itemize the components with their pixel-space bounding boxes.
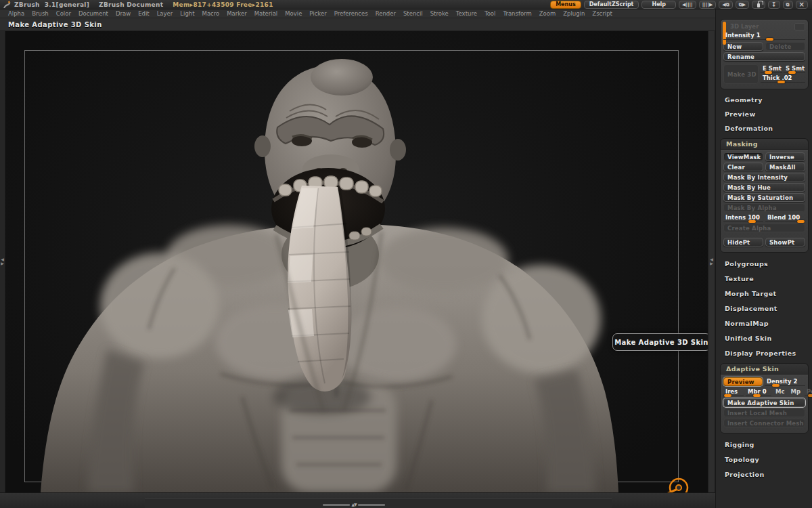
preview-button[interactable]: Preview: [723, 377, 763, 386]
subpalette-header[interactable]: Morph Target: [725, 290, 809, 297]
minimize-icon[interactable]: ↧: [768, 1, 780, 9]
masking-header[interactable]: Masking: [720, 138, 809, 149]
layer-rename-button[interactable]: Rename: [723, 52, 805, 61]
menu-item[interactable]: Layer: [157, 10, 173, 17]
menu-item[interactable]: Preferences: [334, 10, 368, 17]
subpalette-header[interactable]: Display Properties: [725, 350, 809, 357]
subpalette-header[interactable]: Projection: [725, 471, 809, 478]
make-3d-button[interactable]: Make 3D: [723, 64, 759, 84]
menu-item[interactable]: Edit: [138, 10, 149, 17]
masking-panel: ViewMask Inverse Clear MaskAll Mask By I…: [720, 149, 809, 253]
bottom-tray-handle[interactable]: ▲▼: [323, 503, 385, 507]
menu-item[interactable]: Alpha: [8, 10, 24, 17]
close-icon[interactable]: ×: [796, 1, 808, 9]
restore-icon[interactable]: ⧉: [783, 1, 793, 9]
action-hint-bar: Make Adaptive 3D Skin: [0, 18, 715, 31]
subpalette-header[interactable]: Topology: [725, 456, 809, 463]
menu-item[interactable]: Macro: [202, 10, 220, 17]
right-tray-divider-handle[interactable]: ◀▶: [708, 255, 715, 268]
collapsed-sections-c: RiggingTopologyProjection: [720, 441, 809, 478]
hide-right-tray-icon[interactable]: ||||▶: [699, 1, 717, 9]
prev-document-icon[interactable]: ◀⧉: [719, 1, 732, 9]
mask-by-alpha-button[interactable]: Mask By Alpha: [723, 203, 805, 212]
pd-slider[interactable]: Pd: [805, 387, 812, 396]
subpalette-header[interactable]: Preview: [725, 110, 809, 118]
layer-new-button[interactable]: New: [723, 42, 763, 51]
menu-item[interactable]: Marker: [227, 10, 246, 17]
create-alpha-button[interactable]: Create Alpha: [723, 224, 805, 232]
menu-item[interactable]: Material: [254, 10, 278, 17]
layers-panel: 3D Layer Intensity1 New Delete Rename Ma…: [720, 19, 809, 89]
menu-item[interactable]: Render: [376, 10, 396, 17]
menu-item[interactable]: Stencil: [403, 10, 423, 17]
blend-slider[interactable]: Blend100: [765, 213, 805, 222]
menu-bar: AlphaBrushColorDocumentDrawEditLayerLigh…: [0, 9, 715, 18]
menu-item[interactable]: Transform: [503, 10, 531, 17]
clear-button[interactable]: Clear: [723, 163, 763, 171]
menu-item[interactable]: Draw: [116, 10, 131, 17]
gauge-icon: [656, 475, 694, 492]
hide-left-tray-icon[interactable]: ◀||||: [679, 1, 696, 9]
zbrush-window: ZBrush 3.1[general] ZBrush Document Mem▸…: [0, 0, 812, 508]
menu-item[interactable]: Zoom: [539, 10, 556, 17]
menu-item[interactable]: Stroke: [430, 10, 449, 17]
menu-item[interactable]: Tool: [484, 10, 496, 17]
menu-item[interactable]: Zscript: [592, 10, 612, 17]
insert-local-mesh-button[interactable]: Insert Local Mesh: [723, 408, 805, 417]
menus-button[interactable]: Menus: [550, 1, 581, 9]
mask-by-intensity-button[interactable]: Mask By Intensity: [723, 173, 805, 182]
document-canvas[interactable]: Make Adaptive 3D Skin: [5, 31, 708, 492]
make-adaptive-skin-button[interactable]: Make Adaptive Skin: [723, 398, 805, 407]
left-tray-divider-handle[interactable]: ◀▶: [0, 255, 5, 268]
default-zscript-button[interactable]: DefaultZScript: [584, 1, 639, 9]
sculpt-model[interactable]: [5, 31, 708, 492]
menu-item[interactable]: Texture: [456, 10, 477, 17]
menu-item[interactable]: Movie: [285, 10, 302, 17]
right-tray-divider: ◀▶: [708, 31, 715, 492]
subpalette-header[interactable]: Texture: [725, 275, 809, 282]
lock-icon[interactable]: [752, 1, 765, 9]
subpalette-header[interactable]: Displacement: [725, 305, 809, 312]
intensity-slider[interactable]: Intensity1: [723, 31, 805, 40]
menu-item[interactable]: Picker: [309, 10, 326, 17]
esmt-slider[interactable]: E Smt: [761, 64, 782, 73]
mask-by-saturation-button[interactable]: Mask By Saturation: [723, 193, 805, 202]
mp-toggle[interactable]: Mp: [789, 387, 803, 396]
left-tray-edge: ◀▶: [0, 31, 5, 492]
layer-thumbnail: [794, 23, 805, 30]
mc-toggle[interactable]: Mc: [773, 387, 787, 396]
viewmask-button[interactable]: ViewMask: [723, 152, 763, 161]
adaptive-skin-header[interactable]: Adaptive Skin: [720, 363, 809, 374]
subpalette-header[interactable]: Deformation: [725, 125, 809, 132]
menu-item[interactable]: Document: [78, 10, 108, 17]
subpalette-header[interactable]: Geometry: [725, 96, 809, 104]
ssmt-slider[interactable]: S Smt: [784, 64, 805, 73]
action-hint-label: Make Adaptive 3D Skin: [8, 21, 102, 28]
density-slider[interactable]: Density2: [765, 377, 805, 386]
collapsed-sections-a: GeometryPreviewDeformation: [720, 96, 809, 132]
showpt-button[interactable]: ShowPt: [765, 238, 805, 247]
layer-delete-button[interactable]: Delete: [765, 42, 805, 51]
menu-item[interactable]: Brush: [32, 10, 49, 17]
next-document-icon[interactable]: ⧉▶: [736, 1, 749, 9]
subpalette-header[interactable]: NormalMap: [725, 320, 809, 327]
menu-item[interactable]: Light: [180, 10, 194, 17]
document-title: ZBrush Document: [99, 1, 163, 8]
mbr-slider[interactable]: Mbr0: [746, 387, 771, 396]
intens-slider[interactable]: Intens100: [723, 213, 763, 222]
subpalette-header[interactable]: Unified Skin: [725, 335, 809, 342]
help-button[interactable]: Help: [641, 1, 676, 9]
maskall-button[interactable]: MaskAll: [765, 163, 805, 171]
menu-item[interactable]: Color: [56, 10, 71, 17]
subpalette-header[interactable]: Polygroups: [725, 260, 809, 268]
thick-slider[interactable]: Thick.02: [761, 74, 805, 83]
right-tray-tool-palette: 3D Layer Intensity1 New Delete Rename Ma…: [715, 9, 812, 508]
subpalette-header[interactable]: Rigging: [725, 441, 809, 448]
hidept-button[interactable]: HidePt: [723, 238, 763, 247]
ires-slider[interactable]: Ires: [723, 387, 744, 396]
adaptive-skin-panel: Preview Density2 Ires Mbr0: [720, 374, 809, 433]
mask-by-hue-button[interactable]: Mask By Hue: [723, 183, 805, 192]
insert-connector-mesh-button[interactable]: Insert Connector Mesh: [723, 419, 805, 427]
menu-item[interactable]: Zplugin: [563, 10, 585, 17]
inverse-button[interactable]: Inverse: [765, 152, 805, 161]
